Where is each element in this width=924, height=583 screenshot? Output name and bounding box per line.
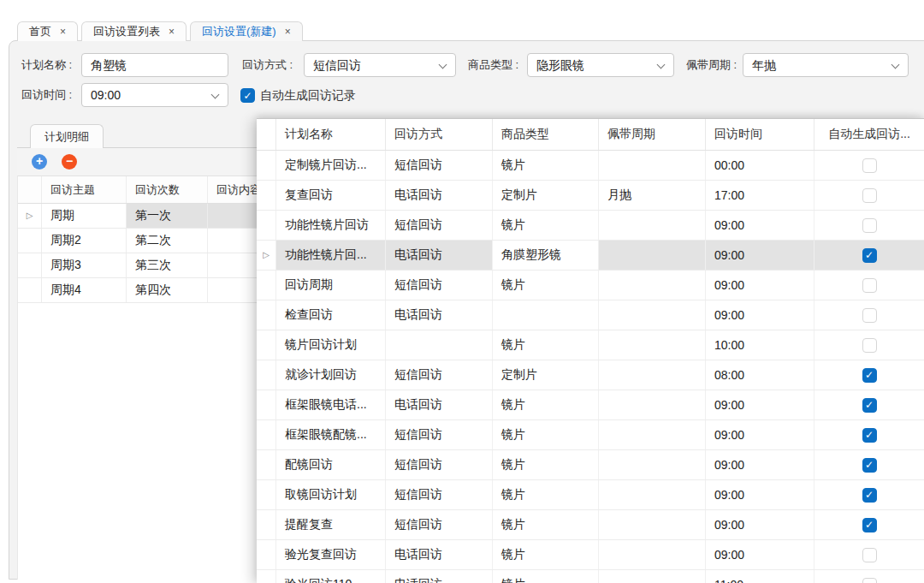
cell-product-type[interactable]: 镜片 [493, 151, 599, 180]
cell-wear-cycle[interactable] [599, 480, 706, 509]
cell-visit-time[interactable]: 08:00 [706, 360, 814, 390]
cell-product-type[interactable]: 镜片 [493, 450, 599, 479]
visit-method-select[interactable]: 短信回访 [304, 53, 456, 77]
cell-plan-name[interactable]: 就诊计划回访 [276, 360, 386, 390]
tab-visit-settings-list[interactable]: 回访设置列表 × [81, 21, 187, 41]
cell-wear-cycle[interactable] [599, 570, 706, 583]
tab-home[interactable]: 首页 × [17, 21, 78, 41]
auto-generate-checkbox[interactable]: ✓ [862, 338, 877, 353]
cell-plan-name[interactable]: 框架眼镜电话... [276, 390, 386, 419]
cell-visit-method[interactable]: 电话回访 [386, 181, 493, 210]
cell-plan-name[interactable]: 功能性镜片回访 [276, 211, 386, 240]
cell-auto-generate[interactable]: ✓ [814, 211, 924, 240]
plans-table-row[interactable]: 提醒复查短信回访镜片09:00✓ [257, 510, 924, 540]
cell-visit-topic[interactable]: 周期4 [42, 278, 127, 302]
cell-visit-method[interactable] [386, 330, 493, 360]
tab-visit-settings-new[interactable]: 回访设置(新建) × [190, 21, 303, 41]
plans-table-row[interactable]: 就诊计划回访短信回访定制片08:00✓ [257, 360, 924, 390]
cell-auto-generate[interactable]: ✓ [814, 420, 924, 449]
auto-generate-checkbox[interactable]: ✓ [862, 518, 877, 532]
cell-wear-cycle[interactable] [599, 420, 706, 449]
cell-auto-generate[interactable]: ✓ [814, 540, 924, 569]
auto-generate-checkbox[interactable]: ✓ [862, 578, 877, 583]
cell-plan-name[interactable]: 定制镜片回访... [276, 151, 386, 180]
cell-auto-generate[interactable]: ✓ [814, 360, 924, 390]
cell-visit-time[interactable]: 09:00 [706, 211, 814, 240]
auto-record-checkbox[interactable]: ✓ [240, 88, 255, 103]
auto-generate-checkbox[interactable]: ✓ [862, 488, 877, 503]
cell-visit-method[interactable]: 短信回访 [386, 211, 493, 240]
close-icon[interactable]: × [169, 27, 175, 37]
cell-auto-generate[interactable]: ✓ [814, 450, 924, 479]
cell-visit-topic[interactable]: 周期3 [42, 253, 127, 277]
cell-visit-method[interactable]: 短信回访 [386, 480, 493, 509]
cell-product-type[interactable]: 镜片 [493, 570, 599, 583]
cell-wear-cycle[interactable] [599, 510, 706, 539]
cell-visit-time[interactable]: 11:00 [706, 570, 814, 583]
plans-table-row[interactable]: 框架眼镜电话...电话回访镜片09:00✓ [257, 390, 924, 420]
tab-plan-detail[interactable]: 计划明细 [30, 124, 104, 148]
auto-generate-checkbox[interactable]: ✓ [862, 548, 877, 562]
auto-generate-checkbox[interactable]: ✓ [862, 308, 877, 323]
cell-wear-cycle[interactable] [599, 390, 706, 419]
cell-plan-name[interactable]: 配镜回访 [276, 450, 386, 479]
plans-table-row[interactable]: 功能性镜片回访短信回访镜片09:00✓ [257, 211, 924, 241]
cell-visit-time[interactable]: 09:00 [706, 390, 814, 419]
plans-table-row[interactable]: 镜片回访计划镜片10:00✓ [257, 330, 924, 360]
cell-auto-generate[interactable]: ✓ [814, 390, 924, 419]
cell-visit-method[interactable]: 电话回访 [386, 540, 493, 569]
cell-product-type[interactable]: 镜片 [493, 271, 599, 300]
cell-wear-cycle[interactable] [599, 271, 706, 300]
cell-visit-count[interactable]: 第四次 [127, 278, 208, 302]
cell-product-type[interactable]: 定制片 [493, 181, 599, 210]
cell-visit-time[interactable]: 09:00 [706, 510, 814, 539]
cell-auto-generate[interactable]: ✓ [814, 330, 924, 360]
auto-generate-checkbox[interactable]: ✓ [862, 398, 877, 413]
cell-visit-method[interactable]: 短信回访 [386, 510, 493, 539]
plans-table-row[interactable]: 配镜回访短信回访镜片09:00✓ [257, 450, 924, 480]
wear-cycle-select[interactable]: 年抛 [743, 53, 909, 77]
plans-table-row[interactable]: 定制镜片回访...短信回访镜片00:00✓ [257, 151, 924, 181]
cell-wear-cycle[interactable] [599, 300, 706, 330]
plans-table-row[interactable]: 复查回访电话回访定制片月抛17:00✓ [257, 181, 924, 211]
cell-visit-count[interactable]: 第二次 [127, 229, 208, 253]
cell-plan-name[interactable]: 镜片回访计划 [276, 330, 386, 360]
cell-visit-time[interactable]: 09:00 [706, 540, 814, 569]
cell-product-type[interactable]: 镜片 [493, 540, 599, 569]
cell-wear-cycle[interactable] [599, 330, 706, 360]
cell-visit-time[interactable]: 00:00 [706, 151, 814, 180]
cell-wear-cycle[interactable]: 月抛 [599, 181, 706, 210]
cell-product-type[interactable] [493, 300, 599, 330]
cell-visit-method[interactable]: 短信回访 [386, 420, 493, 449]
cell-visit-time[interactable]: 10:00 [706, 330, 814, 360]
cell-plan-name[interactable]: 框架眼镜配镜... [276, 420, 386, 449]
cell-visit-time[interactable]: 09:00 [706, 300, 814, 330]
cell-auto-generate[interactable]: ✓ [814, 300, 924, 330]
cell-visit-topic[interactable]: 周期 [42, 204, 127, 228]
cell-product-type[interactable]: 镜片 [493, 420, 599, 449]
plans-table-row[interactable]: 验光回访110电话回访镜片11:00✓ [257, 570, 924, 583]
cell-wear-cycle[interactable] [599, 241, 706, 270]
cell-product-type[interactable]: 镜片 [493, 211, 599, 240]
cell-product-type[interactable]: 定制片 [493, 360, 599, 390]
cell-wear-cycle[interactable] [599, 450, 706, 479]
close-icon[interactable]: × [60, 27, 66, 37]
plans-table-row[interactable]: 框架眼镜配镜...短信回访镜片09:00✓ [257, 420, 924, 450]
cell-product-type[interactable]: 镜片 [493, 390, 599, 419]
auto-generate-checkbox[interactable]: ✓ [862, 428, 877, 443]
cell-auto-generate[interactable]: ✓ [814, 151, 924, 180]
auto-generate-checkbox[interactable]: ✓ [862, 158, 877, 173]
cell-visit-time[interactable]: 09:00 [706, 450, 814, 479]
cell-visit-method[interactable]: 电话回访 [386, 570, 493, 583]
plans-table-row[interactable]: 验光复查回访电话回访镜片09:00✓ [257, 540, 924, 570]
cell-visit-time[interactable]: 17:00 [706, 181, 814, 210]
auto-generate-checkbox[interactable]: ✓ [862, 218, 877, 233]
cell-visit-topic[interactable]: 周期2 [42, 229, 127, 253]
plans-table-row[interactable]: 检查回访电话回访09:00✓ [257, 300, 924, 330]
cell-auto-generate[interactable]: ✓ [814, 241, 924, 270]
cell-plan-name[interactable]: 验光复查回访 [276, 540, 386, 569]
cell-product-type[interactable]: 镜片 [493, 510, 599, 539]
cell-visit-method[interactable]: 短信回访 [386, 271, 493, 300]
cell-visit-method[interactable]: 短信回访 [386, 450, 493, 479]
auto-generate-checkbox[interactable]: ✓ [862, 368, 877, 383]
